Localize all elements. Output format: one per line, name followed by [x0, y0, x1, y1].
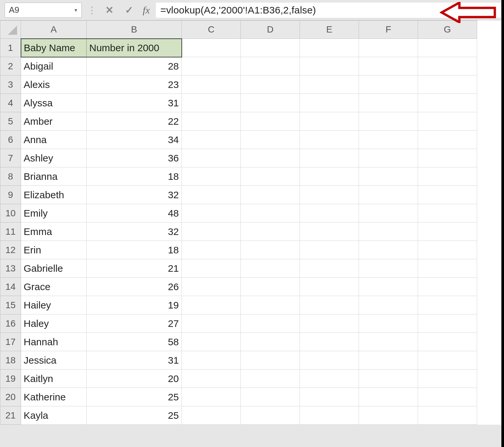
cell[interactable]: Erin: [21, 241, 87, 259]
row-header[interactable]: 5: [0, 112, 21, 131]
row-header[interactable]: 17: [0, 333, 21, 351]
row-header[interactable]: 12: [0, 241, 21, 259]
cell[interactable]: [418, 333, 477, 351]
col-header-D[interactable]: D: [241, 21, 300, 39]
row-header[interactable]: 7: [0, 149, 21, 167]
cell[interactable]: Elizabeth: [21, 186, 87, 204]
row-header[interactable]: 4: [0, 94, 21, 112]
cell[interactable]: 26: [87, 278, 182, 296]
cell[interactable]: [241, 241, 300, 259]
cell[interactable]: [300, 167, 359, 186]
cell[interactable]: [241, 39, 300, 57]
cell[interactable]: Baby Name: [21, 39, 87, 57]
cell[interactable]: Number in 2000: [87, 39, 182, 57]
cell[interactable]: [418, 241, 477, 259]
spreadsheet-grid[interactable]: A B C D E F G 1 Baby Name Number in 2000: [0, 20, 504, 425]
row-header[interactable]: 13: [0, 259, 21, 278]
cell[interactable]: 31: [87, 351, 182, 370]
cell[interactable]: Ashley: [21, 149, 87, 167]
fx-button[interactable]: fx: [141, 5, 152, 16]
cell[interactable]: Katherine: [21, 388, 87, 406]
cell[interactable]: [241, 370, 300, 388]
cell[interactable]: [241, 94, 300, 112]
cell[interactable]: 58: [87, 333, 182, 351]
cell[interactable]: [418, 314, 477, 333]
cell[interactable]: [300, 278, 359, 296]
cell[interactable]: Kayla: [21, 406, 87, 425]
cell[interactable]: [182, 351, 241, 370]
cell[interactable]: [359, 75, 418, 94]
cell[interactable]: [359, 406, 418, 425]
cancel-button[interactable]: ✕: [101, 3, 117, 17]
select-all-corner[interactable]: [0, 21, 21, 39]
cell[interactable]: 48: [87, 204, 182, 223]
cell[interactable]: [300, 57, 359, 75]
cell[interactable]: [300, 314, 359, 333]
row-header[interactable]: 10: [0, 204, 21, 223]
cell[interactable]: Abigail: [21, 57, 87, 75]
cell[interactable]: [241, 223, 300, 241]
cell[interactable]: Jessica: [21, 351, 87, 370]
cell[interactable]: 18: [87, 241, 182, 259]
cell[interactable]: [359, 167, 418, 186]
cell[interactable]: [418, 57, 477, 75]
cell[interactable]: [418, 278, 477, 296]
cell[interactable]: [359, 370, 418, 388]
cell[interactable]: [241, 259, 300, 278]
col-header-F[interactable]: F: [359, 21, 418, 39]
enter-button[interactable]: ✓: [121, 3, 137, 17]
cell[interactable]: [182, 314, 241, 333]
col-header-A[interactable]: A: [21, 21, 87, 39]
cell[interactable]: [300, 223, 359, 241]
cell[interactable]: [182, 39, 241, 57]
cell[interactable]: 18: [87, 167, 182, 186]
cell[interactable]: [359, 259, 418, 278]
cell[interactable]: [359, 131, 418, 149]
cell[interactable]: 32: [87, 186, 182, 204]
cell[interactable]: [182, 94, 241, 112]
cell[interactable]: [182, 259, 241, 278]
cell[interactable]: [241, 388, 300, 406]
cell[interactable]: Brianna: [21, 167, 87, 186]
cell[interactable]: [359, 333, 418, 351]
cell[interactable]: [182, 204, 241, 223]
cell[interactable]: [418, 94, 477, 112]
cell[interactable]: [182, 278, 241, 296]
row-header[interactable]: 11: [0, 223, 21, 241]
cell[interactable]: [359, 296, 418, 314]
cell[interactable]: Grace: [21, 278, 87, 296]
cell[interactable]: Alexis: [21, 75, 87, 94]
cell[interactable]: 36: [87, 149, 182, 167]
cell[interactable]: [418, 351, 477, 370]
cell[interactable]: [241, 75, 300, 94]
cell[interactable]: [300, 333, 359, 351]
cell[interactable]: 32: [87, 223, 182, 241]
cell[interactable]: [241, 131, 300, 149]
cell[interactable]: [182, 131, 241, 149]
cell[interactable]: 21: [87, 259, 182, 278]
cell[interactable]: 25: [87, 406, 182, 425]
cell[interactable]: [359, 112, 418, 131]
cell[interactable]: 19: [87, 296, 182, 314]
cell[interactable]: [300, 351, 359, 370]
cell[interactable]: 20: [87, 370, 182, 388]
cell[interactable]: [300, 112, 359, 131]
cell[interactable]: [182, 406, 241, 425]
cell[interactable]: 22: [87, 112, 182, 131]
cell[interactable]: Hailey: [21, 296, 87, 314]
cell[interactable]: [359, 186, 418, 204]
cell[interactable]: [418, 39, 477, 57]
cell[interactable]: [182, 75, 241, 94]
cell[interactable]: [359, 94, 418, 112]
row-header[interactable]: 20: [0, 388, 21, 406]
cell[interactable]: Amber: [21, 112, 87, 131]
cell[interactable]: [359, 57, 418, 75]
cell[interactable]: [418, 259, 477, 278]
cell[interactable]: [418, 149, 477, 167]
col-header-C[interactable]: C: [182, 21, 241, 39]
col-header-B[interactable]: B: [87, 21, 182, 39]
cell[interactable]: [359, 39, 418, 57]
cell[interactable]: [359, 223, 418, 241]
cell[interactable]: [418, 406, 477, 425]
cell[interactable]: [418, 112, 477, 131]
